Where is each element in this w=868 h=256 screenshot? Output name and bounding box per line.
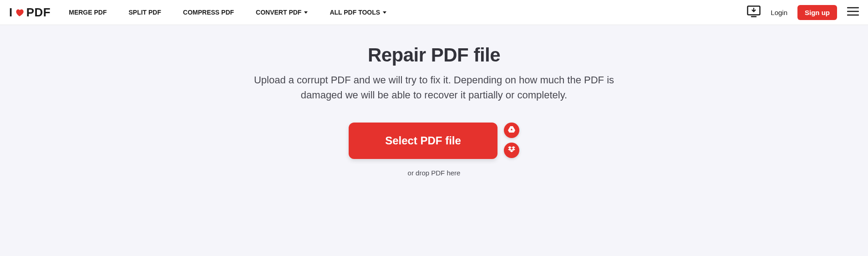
dropbox-icon <box>508 146 515 154</box>
logo-suffix: PDF <box>26 5 51 20</box>
page-subtitle: Upload a corrupt PDF and we will try to … <box>252 72 616 102</box>
nav-merge[interactable]: MERGE PDF <box>69 9 107 16</box>
chevron-down-icon <box>383 11 386 14</box>
signup-button[interactable]: Sign up <box>797 5 837 20</box>
login-link[interactable]: Login <box>771 9 787 16</box>
google-drive-icon <box>508 126 515 134</box>
top-header: I PDF MERGE PDF SPLIT PDF COMPRESS PDF C… <box>0 0 868 25</box>
select-file-button[interactable]: Select PDF file <box>349 123 497 159</box>
cloud-source-buttons <box>504 123 519 158</box>
main-content: Repair PDF file Upload a corrupt PDF and… <box>0 25 868 256</box>
nav-all-tools[interactable]: ALL PDF TOOLS <box>330 9 386 16</box>
nav-split[interactable]: SPLIT PDF <box>128 9 161 16</box>
dropbox-button[interactable] <box>504 143 519 158</box>
upload-row: Select PDF file <box>349 123 519 159</box>
chevron-down-icon <box>304 11 308 14</box>
header-right: Login Sign up <box>747 5 859 20</box>
main-nav: MERGE PDF SPLIT PDF COMPRESS PDF CONVERT… <box>69 9 386 16</box>
drop-hint: or drop PDF here <box>0 169 868 177</box>
menu-icon[interactable] <box>847 7 859 18</box>
google-drive-button[interactable] <box>504 123 519 138</box>
nav-compress[interactable]: COMPRESS PDF <box>183 9 234 16</box>
desktop-download-icon[interactable] <box>747 5 761 19</box>
logo-prefix: I <box>9 5 13 20</box>
heart-icon <box>14 7 25 18</box>
nav-convert[interactable]: CONVERT PDF <box>256 9 308 16</box>
page-title: Repair PDF file <box>0 44 868 66</box>
logo[interactable]: I PDF <box>9 5 51 20</box>
